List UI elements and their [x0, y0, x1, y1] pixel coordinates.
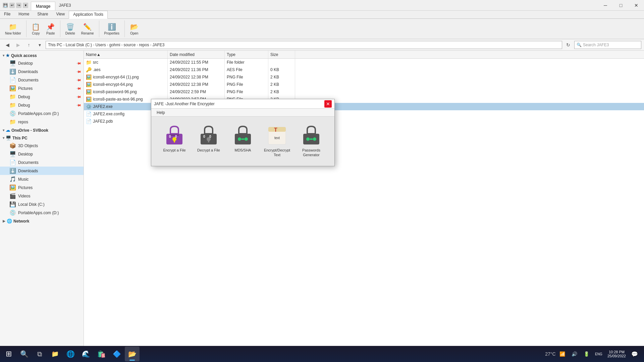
svg-rect-8 — [208, 140, 209, 142]
svg-text:0: 0 — [203, 135, 205, 138]
md5sha-label: MD5/SHA — [235, 148, 251, 153]
svg-point-12 — [238, 137, 241, 141]
passwords-generator-icon — [301, 125, 322, 146]
encrypt-file-label: Encrypt a File — [163, 148, 185, 153]
passwords-generator-button[interactable]: Passwords Generator — [296, 122, 326, 161]
modal-menu: Help — [151, 109, 334, 117]
encrypt-decrypt-text-button[interactable]: T text Encrypt/Decrypt Text — [262, 122, 292, 161]
encrypt-decrypt-text-label: Encrypt/Decrypt Text — [264, 148, 290, 158]
encrypt-file-icon: 0 0 — [164, 125, 185, 146]
svg-point-21 — [313, 137, 316, 141]
modal-overlay: JAFE -Just Another File Encrypter ✕ Help… — [0, 0, 644, 362]
md5sha-icon — [232, 125, 254, 146]
md5sha-button[interactable]: MD5/SHA — [228, 122, 258, 161]
svg-rect-3 — [174, 140, 175, 142]
modal-menu-help[interactable]: Help — [154, 109, 168, 116]
svg-rect-14 — [241, 138, 245, 140]
svg-rect-22 — [310, 138, 313, 140]
svg-point-20 — [306, 137, 310, 141]
passwords-generator-label: Passwords Generator — [298, 148, 325, 158]
modal-title-text: JAFE -Just Another File Encrypter — [154, 102, 215, 106]
svg-point-13 — [245, 137, 248, 141]
encrypt-decrypt-text-icon: T text — [266, 125, 288, 146]
decrypt-file-label: Decrypt a File — [197, 148, 220, 153]
svg-text:0: 0 — [169, 135, 171, 138]
svg-text:0: 0 — [209, 135, 211, 138]
svg-text:0: 0 — [175, 135, 177, 138]
decrypt-file-icon: 0 0 — [198, 125, 219, 146]
svg-text:T: T — [274, 127, 277, 133]
modal-dialog: JAFE -Just Another File Encrypter ✕ Help… — [151, 99, 335, 166]
decrypt-file-button[interactable]: 0 0 Decrypt a File — [194, 122, 224, 161]
encrypt-file-button[interactable]: 0 0 Encrypt a File — [159, 122, 190, 161]
modal-close-button[interactable]: ✕ — [324, 100, 332, 108]
svg-text:text: text — [274, 136, 280, 140]
modal-body: 0 0 Encrypt a File 0 0 — [151, 117, 334, 166]
modal-title-bar: JAFE -Just Another File Encrypter ✕ — [151, 99, 334, 109]
